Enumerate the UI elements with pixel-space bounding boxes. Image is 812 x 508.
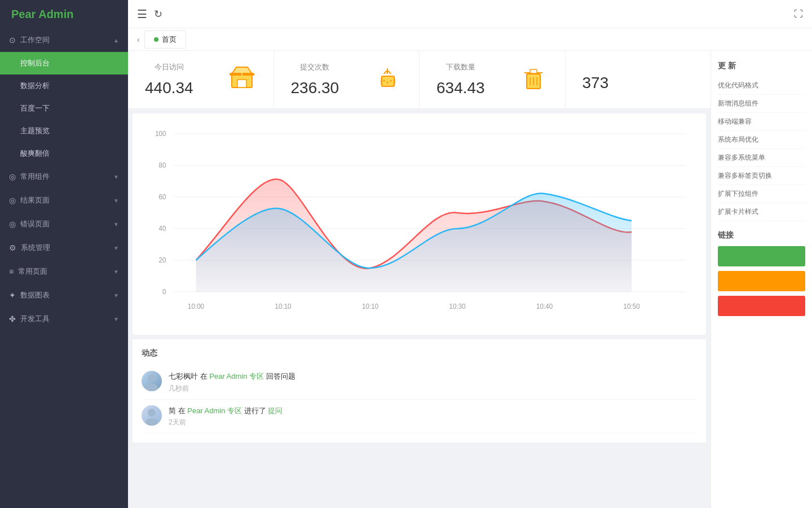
svg-text:10:00: 10:00 (188, 303, 204, 310)
activity-time-0: 几秒前 (169, 384, 295, 393)
chevron-up-icon: ▲ (113, 37, 119, 43)
submit-icon (373, 63, 402, 97)
sidebar-group-label-workspace: 工作空间 (20, 35, 50, 45)
update-item-1[interactable]: 新增消息组件 (718, 95, 805, 113)
sidebar-group-dev[interactable]: ✤ 开发工具 ▼ (0, 307, 128, 331)
svg-rect-1 (237, 80, 246, 87)
chevron-down-icon-6: ▼ (113, 292, 119, 299)
stat-value-visits: 440.34 (145, 79, 193, 97)
sidebar-group-charts[interactable]: ✦ 数据图表 ▼ (0, 283, 128, 307)
svg-text:10:10: 10:10 (275, 303, 292, 310)
sidebar-item-shuang[interactable]: 酸爽翻倍 (0, 142, 128, 165)
avatar-1 (142, 405, 162, 426)
svg-rect-11 (530, 69, 537, 73)
update-item-7[interactable]: 扩展卡片样式 (718, 203, 805, 221)
update-item-6[interactable]: 扩展下拉组件 (718, 185, 805, 203)
content-area: 今日访问 440.34 (128, 51, 812, 508)
sidebar-group-components[interactable]: ◎ 常用组件 ▼ (0, 165, 128, 189)
stat-card-visits: 今日访问 440.34 (128, 51, 274, 108)
stat-label-submit: 提交次数 (291, 62, 339, 72)
svg-point-33 (148, 374, 156, 382)
activity-location-1: Pear Admin 专区 (187, 406, 242, 415)
svg-point-6 (387, 81, 389, 83)
activity-user-0: 七彩枫叶 (169, 372, 198, 380)
system-icon: ⚙ (9, 243, 16, 252)
stat-value-submit: 236.30 (291, 79, 339, 97)
svg-point-7 (390, 80, 392, 81)
update-item-0[interactable]: 优化代码格式 (718, 77, 805, 95)
chevron-down-icon-5: ▼ (113, 269, 119, 275)
logo-text: Pear Admin (11, 8, 73, 21)
sidebar-group-label-error: 错误页面 (20, 219, 50, 229)
main-area: ☰ ↻ ⛶ ‹ 首页 今日访问 440.34 (128, 0, 812, 508)
stats-row: 今日访问 440.34 (128, 51, 710, 109)
error-icon: ◎ (9, 220, 16, 229)
sidebar-group-workspace[interactable]: ⊙ 工作空间 ▲ (0, 28, 128, 52)
sidebar-item-theme-preview[interactable]: 主题预览 (0, 120, 128, 142)
menu-icon[interactable]: ☰ (137, 7, 147, 21)
sidebar-group-result[interactable]: ◎ 结果页面 ▼ (0, 189, 128, 212)
sidebar-item-data-analysis[interactable]: 数据分析 (0, 75, 128, 97)
svg-text:60: 60 (159, 193, 166, 200)
activity-title: 动态 (142, 348, 697, 358)
visits-icon (227, 63, 257, 97)
activity-action-1: 进行了 (244, 406, 268, 415)
activity-text-0: 七彩枫叶 在 Pear Admin 专区 回答问题 (169, 371, 295, 382)
chevron-down-icon-4: ▼ (113, 245, 119, 251)
update-item-5[interactable]: 兼容多标签页切换 (718, 167, 805, 185)
tabbar: ‹ 首页 (128, 28, 812, 51)
link-block-1[interactable] (718, 271, 805, 291)
workspace-icon: ⊙ (9, 36, 16, 45)
stat-card-submit: 提交次数 236.30 (274, 51, 420, 108)
pages-icon: ≡ (9, 267, 14, 276)
sidebar-group-label-charts: 数据图表 (20, 290, 50, 300)
stat-label-visits: 今日访问 (145, 62, 193, 72)
activity-section: 动态 七彩枫叶 (133, 339, 706, 443)
link-block-0[interactable] (718, 246, 805, 266)
activity-item-1: 简 在 Pear Admin 专区 进行了 提问 2天前 (142, 400, 697, 434)
update-item-2[interactable]: 移动端兼容 (718, 113, 805, 131)
sidebar: Pear Admin ⊙ 工作空间 ▲ 控制后台 数据分析 百度一下 主题预览 … (0, 0, 128, 508)
refresh-icon[interactable]: ↻ (154, 8, 162, 20)
activity-text-1: 简 在 Pear Admin 专区 进行了 提问 (169, 405, 283, 417)
chevron-down-icon-2: ▼ (113, 198, 119, 204)
svg-text:40: 40 (159, 225, 166, 232)
stat-value-download: 634.43 (436, 79, 485, 97)
update-item-3[interactable]: 系统布局优化 (718, 131, 805, 149)
activity-item-0: 七彩枫叶 在 Pear Admin 专区 回答问题 几秒前 (142, 365, 697, 400)
activity-action-0: 回答问题 (266, 372, 295, 380)
result-icon: ◎ (9, 196, 16, 205)
tab-home[interactable]: 首页 (144, 30, 186, 49)
link-block-2[interactable] (718, 296, 805, 316)
avatar-0 (142, 371, 162, 391)
svg-text:80: 80 (159, 161, 166, 169)
topbar: ☰ ↻ ⛶ (128, 0, 812, 28)
sidebar-item-baidu[interactable]: 百度一下 (0, 97, 128, 120)
activity-time-1: 2天前 (169, 418, 283, 427)
bottom-section: 动态 七彩枫叶 (133, 339, 706, 443)
chart-svg-wrap: 100 80 60 40 20 0 10:00 10:10 10:10 10:3… (142, 122, 697, 326)
right-panel: 更 新 优化代码格式 新增消息组件 移动端兼容 系统布局优化 兼容多系统菜单 兼… (710, 51, 812, 508)
links-title: 链接 (718, 230, 805, 240)
sidebar-item-dashboard[interactable]: 控制后台 (0, 52, 128, 75)
svg-text:20: 20 (159, 256, 166, 264)
activity-user-1: 简 (169, 406, 176, 415)
sidebar-group-label-pages: 常用页面 (18, 266, 47, 277)
sidebar-group-system[interactable]: ⚙ 系统管理 ▼ (0, 236, 128, 260)
sidebar-group-label-system: 系统管理 (21, 243, 50, 253)
svg-text:10:50: 10:50 (624, 303, 640, 310)
svg-point-35 (148, 409, 156, 417)
sidebar-group-error[interactable]: ◎ 错误页面 ▼ (0, 212, 128, 236)
sidebar-group-pages[interactable]: ≡ 常用页面 ▼ (0, 260, 128, 283)
components-icon: ◎ (9, 172, 16, 181)
activity-location-0: Pear Admin 专区 (209, 372, 264, 380)
update-item-4[interactable]: 兼容多系统菜单 (718, 149, 805, 167)
tab-prev-button[interactable]: ‹ (133, 32, 144, 47)
stat-card-fourth: 373 (566, 51, 711, 108)
dev-icon: ✤ (9, 314, 16, 323)
svg-text:10:30: 10:30 (449, 303, 466, 310)
chart-icon: ✦ (9, 291, 16, 300)
download-icon (519, 63, 548, 97)
fullscreen-icon[interactable]: ⛶ (794, 9, 803, 19)
svg-text:0: 0 (162, 288, 166, 295)
